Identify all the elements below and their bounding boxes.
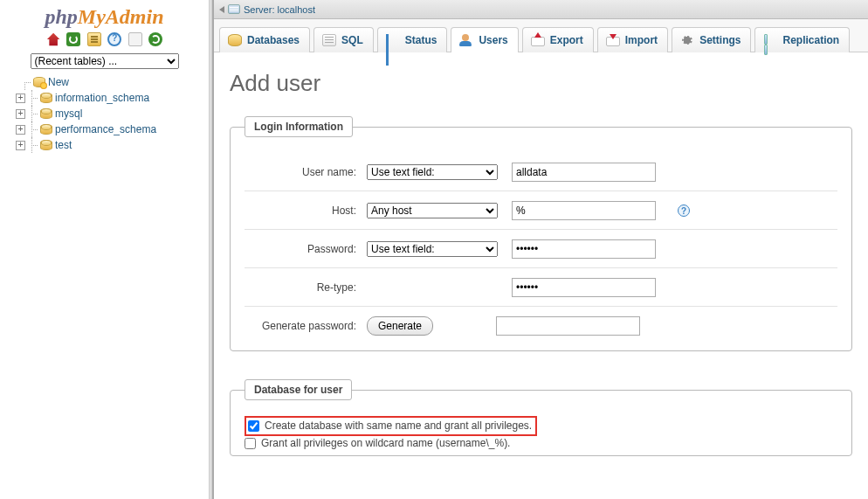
sidebar: phpMyAdmin (Recent tables) ... New + xyxy=(0,0,210,499)
generate-button[interactable]: Generate xyxy=(367,316,433,336)
breadcrumb-prefix: Server: xyxy=(244,4,274,15)
host-field-row: Host: Any host ? xyxy=(245,191,837,230)
tab-label: Settings xyxy=(699,34,741,46)
tree-connector-icon xyxy=(27,106,38,121)
tab-label: Replication xyxy=(782,34,839,46)
tree-db-row[interactable]: + performance_schema xyxy=(16,121,203,137)
tree-expander-icon[interactable]: + xyxy=(16,94,25,103)
tab-label: Import xyxy=(625,34,658,46)
tab-import[interactable]: Import xyxy=(597,27,668,52)
home-icon[interactable] xyxy=(46,32,60,46)
logout-icon[interactable] xyxy=(66,32,80,46)
password-input[interactable] xyxy=(512,239,656,259)
tree-expander-icon[interactable]: + xyxy=(16,125,25,135)
databases-icon xyxy=(228,34,242,46)
sql-icon xyxy=(322,34,336,46)
tree-db-label[interactable]: mysql xyxy=(55,107,82,120)
username-input[interactable] xyxy=(512,163,656,182)
breadcrumb-server[interactable]: localhost xyxy=(278,4,315,15)
database-icon xyxy=(40,93,52,103)
breadcrumb: Server: localhost xyxy=(214,0,868,19)
tree-connector-icon xyxy=(27,90,38,106)
tree-connector-icon xyxy=(27,121,38,137)
database-for-user-fieldset: Database for user Create database with s… xyxy=(230,379,852,456)
username-field-row: User name: Use text field: xyxy=(245,153,837,191)
query-window-icon[interactable] xyxy=(87,32,101,46)
export-icon xyxy=(531,34,545,46)
users-icon xyxy=(459,34,473,46)
tree-db-row[interactable]: + mysql xyxy=(16,106,203,121)
tab-label: Export xyxy=(550,34,583,46)
wildcard-label: Grant all privileges on wildcard name (u… xyxy=(261,437,510,449)
login-info-legend: Login Information xyxy=(245,116,353,137)
tab-sql[interactable]: SQL xyxy=(313,27,374,52)
logo-part-2: MyAdmin xyxy=(78,5,164,28)
tab-databases[interactable]: Databases xyxy=(219,27,310,52)
generate-label: Generate password: xyxy=(245,320,367,332)
username-label: User name: xyxy=(245,166,367,178)
sidebar-toolbar xyxy=(0,29,209,52)
host-input[interactable] xyxy=(512,201,656,220)
tab-users[interactable]: Users xyxy=(451,27,518,52)
import-icon xyxy=(606,34,620,46)
tree-expander-icon[interactable]: + xyxy=(16,109,25,119)
tab-label: Databases xyxy=(247,34,300,46)
tab-label: Status xyxy=(405,34,437,46)
wildcard-checkbox[interactable] xyxy=(245,438,256,449)
collapse-arrow-icon[interactable] xyxy=(219,6,224,13)
tab-export[interactable]: Export xyxy=(522,27,594,52)
page-title: Add user xyxy=(230,70,852,97)
retype-input[interactable] xyxy=(512,278,656,297)
login-information-fieldset: Login Information User name: Use text fi… xyxy=(230,116,852,351)
tree-db-label[interactable]: performance_schema xyxy=(55,123,156,135)
tree-connector-icon xyxy=(20,74,31,90)
password-mode-select[interactable]: Use text field: xyxy=(367,241,498,257)
password-label: Password: xyxy=(245,243,367,255)
tab-status[interactable]: Status xyxy=(377,27,448,52)
generate-field-row: Generate password: Generate xyxy=(245,307,837,345)
navi-settings-icon[interactable] xyxy=(128,32,142,46)
logo-part-1: php xyxy=(45,5,77,28)
recent-tables-select[interactable]: (Recent tables) ... xyxy=(31,53,179,69)
database-icon xyxy=(40,108,52,119)
new-db-icon xyxy=(33,77,45,87)
host-mode-select[interactable]: Any host xyxy=(367,203,498,218)
tree-expander-icon[interactable]: + xyxy=(16,141,25,150)
top-tabs: Databases SQL Status Users Export Import xyxy=(214,19,868,52)
docs-icon[interactable] xyxy=(107,32,121,46)
password-field-row: Password: Use text field: xyxy=(245,230,837,268)
tab-settings[interactable]: Settings xyxy=(672,27,751,52)
retype-field-row: Re-type: xyxy=(245,268,837,307)
status-icon xyxy=(386,34,400,46)
database-icon xyxy=(40,140,52,150)
database-icon xyxy=(40,124,52,135)
tab-replication[interactable]: Replication xyxy=(754,27,850,52)
replication-icon xyxy=(763,34,777,46)
create-db-checkbox[interactable] xyxy=(248,420,259,432)
help-icon[interactable]: ? xyxy=(678,204,690,217)
host-label: Host: xyxy=(245,204,367,217)
username-mode-select[interactable]: Use text field: xyxy=(367,164,498,180)
tree-db-label[interactable]: information_schema xyxy=(55,92,149,104)
dbforuser-legend: Database for user xyxy=(245,379,352,400)
database-tree: New + information_schema + mysql + perfo… xyxy=(0,74,209,158)
tab-label: Users xyxy=(479,34,507,46)
generated-password-input[interactable] xyxy=(496,316,640,336)
server-icon xyxy=(228,4,240,14)
tab-label: SQL xyxy=(341,34,363,46)
tree-db-row[interactable]: + information_schema xyxy=(16,90,203,106)
highlight-box: Create database with same name and grant… xyxy=(245,416,537,436)
main-panel: Server: localhost Databases SQL Status U… xyxy=(213,0,868,499)
tree-new-label[interactable]: New xyxy=(48,76,69,88)
tree-connector-icon xyxy=(27,137,38,153)
tree-new[interactable]: New xyxy=(20,74,203,90)
create-db-label: Create database with same name and grant… xyxy=(265,419,532,432)
tree-db-row[interactable]: + test xyxy=(16,137,203,153)
logo[interactable]: phpMyAdmin xyxy=(0,0,209,29)
reload-icon[interactable] xyxy=(148,32,162,46)
tree-db-label[interactable]: test xyxy=(55,139,72,151)
retype-label: Re-type: xyxy=(245,281,367,294)
settings-icon xyxy=(680,34,694,46)
